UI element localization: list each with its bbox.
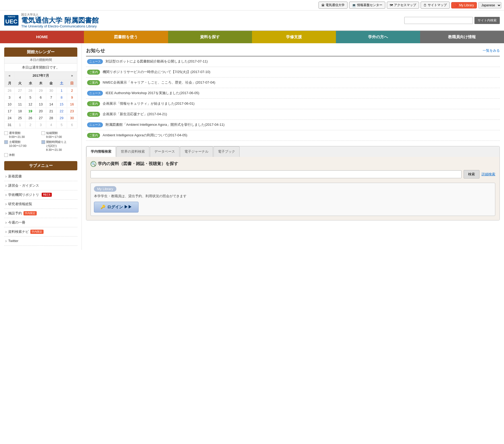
logo-tokyo: TOKYO	[5, 16, 17, 18]
cal-prev[interactable]: «	[4, 72, 15, 79]
submenu-new-books[interactable]: 新着図書	[4, 172, 77, 181]
nav-faculty[interactable]: 教職員向け情報	[420, 31, 504, 43]
oshirase-item-1[interactable]: ご案内機関リポジトリサービスの一時停止について【7/25(火)】(2017-07…	[86, 67, 500, 78]
cal-day-4-28[interactable]: 28	[46, 114, 56, 121]
oshirase-tag-4: ご案内	[87, 101, 100, 106]
tab-world-search[interactable]: 世界の資料検索	[116, 146, 149, 157]
cal-day-3-18[interactable]: 18	[15, 108, 25, 114]
oshirase-item-5[interactable]: ご案内企画展示「新生活応援ナビ」(2017-04-21)	[86, 109, 500, 120]
cal-day-1-5[interactable]: 5	[25, 94, 35, 101]
oshirase-item-6[interactable]: ニュース附属図書館「Ambient Intelligence Agora」開所式…	[86, 120, 500, 130]
cal-day-2-12[interactable]: 12	[25, 101, 35, 108]
main-content: 開館カレンダー 本日の開館時間 本日は通常開館日です。 « 2017年7月 » …	[0, 43, 504, 250]
oshirase-item-0[interactable]: ニュース対話型ロボットによる図書館紹介動画を公開しました(2017-07-11)	[86, 56, 500, 67]
submenu-repository[interactable]: 学術機関リポジトリ RECS	[4, 190, 77, 200]
detail-search-link[interactable]: 詳細検索	[482, 172, 495, 177]
cal-day-2-15[interactable]: 15	[56, 101, 67, 108]
submenu-researcher[interactable]: 研究者情報総覧	[4, 200, 77, 209]
cal-day-3-22[interactable]: 22	[56, 108, 67, 114]
login-icon: 🔑	[101, 205, 106, 209]
cal-day-5-1[interactable]: 1	[15, 121, 25, 128]
cal-day-2-13[interactable]: 13	[36, 101, 46, 108]
cal-day-2-14[interactable]: 14	[46, 101, 56, 108]
cal-day-2-11[interactable]: 11	[15, 101, 25, 108]
cal-day-0-2[interactable]: 2	[67, 87, 77, 94]
cal-day-3-20[interactable]: 20	[36, 108, 46, 114]
tab-e-book[interactable]: 電子ブック	[213, 146, 240, 157]
cal-day-5-4[interactable]: 4	[46, 121, 56, 128]
cal-day-1-3[interactable]: 3	[4, 94, 15, 101]
cal-day-1-4[interactable]: 4	[15, 94, 25, 101]
nav-home[interactable]: HOME	[0, 31, 84, 43]
submenu-search-navi[interactable]: 資料検索ナビ 学内限定	[4, 227, 77, 237]
cal-day-0-29[interactable]: 29	[36, 87, 46, 94]
cal-day-3-17[interactable]: 17	[4, 108, 15, 114]
submenu-facilities[interactable]: 施設予約 学内限定	[4, 209, 77, 218]
oshirase-title: お知らせ	[86, 47, 105, 54]
legend-normal: 通常開館9:00〜21:30	[4, 131, 40, 139]
oshirase-tag-2: ご案内	[87, 80, 100, 85]
oshirase-tag-1: ご案内	[87, 70, 100, 75]
oshirase-more[interactable]: 一覧をみる	[483, 48, 500, 53]
header-search-input[interactable]	[404, 17, 473, 24]
cal-day-5-3[interactable]: 3	[36, 121, 46, 128]
cal-day-4-25[interactable]: 25	[15, 114, 25, 121]
tab-e-journal[interactable]: 電子ジャーナル	[180, 146, 213, 157]
oshirase-item-7[interactable]: ご案内Ambient Intelligence Agoraの利用について(201…	[86, 130, 500, 141]
legend-label-sat: 土曜開館10:00〜17:00	[9, 140, 26, 148]
cal-weekday-水: 水	[25, 79, 35, 87]
tab-campus-search[interactable]: 学内情報検索	[86, 146, 116, 157]
header-search-button[interactable]: サイト内検索	[474, 17, 500, 24]
cal-day-1-6[interactable]: 6	[36, 94, 46, 101]
sub-title: The University of Electro-Communications…	[21, 24, 98, 28]
campus-search-button[interactable]: 検索	[464, 170, 479, 178]
login-button[interactable]: 🔑 ログイン ▶▶	[94, 202, 139, 213]
cal-day-5-31[interactable]: 31	[4, 121, 15, 128]
cal-day-0-26[interactable]: 26	[4, 87, 15, 94]
submenu-twitter[interactable]: Twitter	[4, 237, 77, 246]
cal-day-4-26[interactable]: 26	[25, 114, 35, 121]
cal-day-1-8[interactable]: 8	[56, 94, 67, 101]
cal-next[interactable]: »	[67, 72, 77, 79]
nav-search[interactable]: 資料を探す	[168, 31, 252, 43]
btn-access[interactable]: 🗺 アクセスマップ	[387, 2, 419, 9]
cal-day-3-19[interactable]: 19	[25, 108, 35, 114]
oshirase-item-3[interactable]: ニュースIEEE Authorship Workshop 2017を実施しました…	[86, 88, 500, 99]
oshirase-item-2[interactable]: ご案内NWEC企画展示「キャリア・しごと、こころ、歴史、社会」(2017-07-…	[86, 78, 500, 88]
btn-info-center[interactable]: 💻 情報基盤センター	[349, 2, 385, 9]
title-area: 国立大学法人 電気通信大学 附属図書館 The University of El…	[21, 13, 98, 28]
oshirase-item-4[interactable]: ご案内企画展示「情報セキュリティ」が始まりました(2017-06-01)	[86, 99, 500, 109]
nav-study[interactable]: 学修支援	[252, 31, 336, 43]
language-select[interactable]: Japanese English	[478, 2, 501, 8]
submenu-list: 新着図書 講習会・ガイダンス 学術機関リポジトリ RECS 研究者情報総覧 施設…	[4, 172, 77, 246]
submenu-book-of-week[interactable]: 今週の一冊	[4, 218, 77, 227]
submenu-workshop[interactable]: 講習会・ガイダンス	[4, 181, 77, 190]
cal-day-5-2[interactable]: 2	[25, 121, 35, 128]
cal-day-4-29[interactable]: 29	[56, 114, 67, 121]
cal-day-0-30[interactable]: 30	[46, 87, 56, 94]
cal-day-1-7[interactable]: 7	[46, 94, 56, 101]
cal-day-3-23[interactable]: 23	[67, 108, 77, 114]
cal-day-1-9[interactable]: 9	[67, 94, 77, 101]
nav-use[interactable]: 図書館を使う	[84, 31, 168, 43]
tab-database[interactable]: データベース	[150, 146, 179, 157]
cal-day-0-28[interactable]: 28	[25, 87, 35, 94]
btn-sitemap[interactable]: 🗒 サイトマップ	[421, 2, 450, 9]
cal-day-4-30[interactable]: 30	[67, 114, 77, 121]
cal-day-5-5[interactable]: 5	[56, 121, 67, 128]
nav-outside[interactable]: 学外の方へ	[336, 31, 420, 43]
cal-day-0-1[interactable]: 1	[56, 87, 67, 94]
calendar-table: « 2017年7月 » 月火水木金土日 26272829301234567891…	[4, 72, 77, 128]
cal-day-5-6[interactable]: 6	[67, 121, 77, 128]
cal-day-2-10[interactable]: 10	[4, 101, 15, 108]
cal-day-4-27[interactable]: 27	[36, 114, 46, 121]
oshirase-header: お知らせ 一覧をみる	[86, 47, 500, 54]
btn-university[interactable]: 🏛 電気通信大学	[318, 2, 348, 9]
cal-day-3-21[interactable]: 21	[46, 108, 56, 114]
legend-box-sat	[4, 140, 8, 144]
cal-day-0-27[interactable]: 27	[15, 87, 25, 94]
campus-search-input[interactable]	[91, 170, 462, 178]
cal-day-4-24[interactable]: 24	[4, 114, 15, 121]
cal-day-2-16[interactable]: 16	[67, 101, 77, 108]
btn-my-library-top[interactable]: ⭕ My Library	[451, 2, 477, 8]
